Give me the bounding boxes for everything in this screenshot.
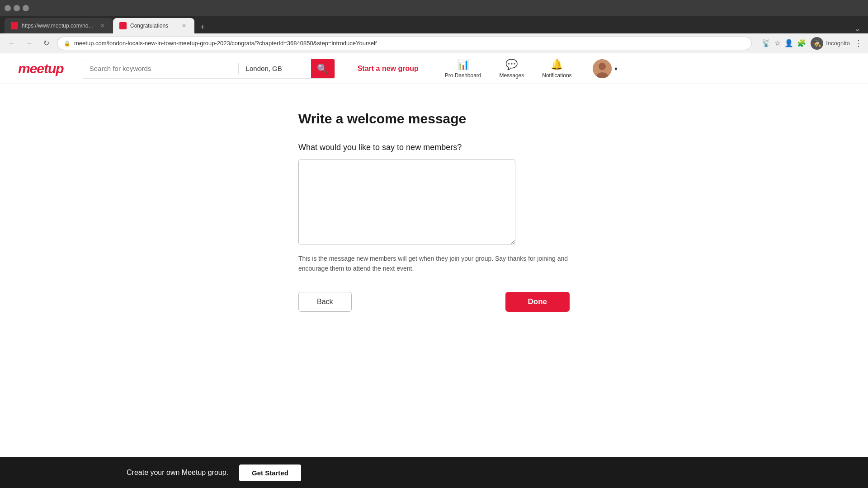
tab-right-controls: ⌄ bbox=[852, 23, 868, 33]
tab-2-title: Congratulations bbox=[130, 23, 176, 29]
lock-icon: 🔒 bbox=[64, 40, 71, 47]
window-controls: ✕ − □ bbox=[5, 5, 29, 11]
search-area: 🔍 bbox=[82, 59, 335, 79]
extension-icon[interactable]: 🧩 bbox=[797, 39, 806, 47]
search-icon: 🔍 bbox=[317, 63, 328, 74]
bookmark-star-icon[interactable]: ☆ bbox=[774, 39, 781, 47]
notifications-nav-item[interactable]: 🔔 Notifications bbox=[534, 56, 580, 81]
tab-1-close[interactable]: ✕ bbox=[99, 22, 107, 30]
title-bar: ✕ − □ bbox=[0, 0, 868, 16]
address-right-icons: 📡 ☆ 👤 🧩 bbox=[762, 39, 806, 47]
forward-nav-button[interactable]: → bbox=[23, 37, 35, 50]
notifications-label: Notifications bbox=[542, 72, 571, 79]
form-question-label: What would you like to say to new member… bbox=[298, 143, 570, 152]
get-started-button[interactable]: Get Started bbox=[239, 465, 301, 481]
chevron-down-icon: ▾ bbox=[614, 65, 618, 72]
pro-dashboard-nav-item[interactable]: 📊 Pro Dashboard bbox=[437, 56, 490, 81]
start-new-group-link[interactable]: Start a new group bbox=[358, 65, 419, 73]
footer-text: Create your own Meetup group. bbox=[127, 469, 228, 477]
pro-dashboard-label: Pro Dashboard bbox=[445, 72, 481, 79]
meetup-logo[interactable]: meetup bbox=[18, 61, 64, 76]
cast-icon[interactable]: 📡 bbox=[762, 39, 771, 47]
avatar-area[interactable]: ▾ bbox=[593, 59, 618, 78]
helper-text: This is the message new members will get… bbox=[298, 253, 570, 274]
back-button[interactable]: Back bbox=[298, 292, 352, 312]
close-window-button[interactable]: ✕ bbox=[5, 5, 11, 11]
tab-2-favicon bbox=[119, 22, 127, 29]
app-wrapper: meetup 🔍 Start a new group 📊 Pro Dashboa… bbox=[0, 53, 868, 460]
browser-chrome: ✕ − □ https://www.meetup.com/how-t... ✕ … bbox=[0, 0, 868, 53]
minimize-window-button[interactable]: − bbox=[14, 5, 20, 11]
tab-list-icon[interactable]: ⌄ bbox=[852, 23, 863, 33]
incognito-label: Incognito bbox=[826, 40, 850, 47]
footer-bar: Create your own Meetup group. Get Starte… bbox=[0, 457, 868, 488]
new-tab-button[interactable]: + bbox=[196, 21, 209, 33]
messages-icon: 💬 bbox=[505, 59, 518, 70]
incognito-area: 🕵 Incognito bbox=[811, 37, 850, 50]
profile-icon[interactable]: 👤 bbox=[784, 39, 793, 47]
tab-1-favicon bbox=[11, 22, 18, 29]
form-container: Write a welcome message What would you l… bbox=[163, 84, 705, 339]
notifications-icon: 🔔 bbox=[551, 59, 563, 70]
tab-1[interactable]: https://www.meetup.com/how-t... ✕ bbox=[5, 18, 113, 33]
reload-button[interactable]: ↻ bbox=[40, 37, 52, 50]
form-actions: Back Done bbox=[298, 292, 570, 312]
done-button[interactable]: Done bbox=[505, 292, 570, 312]
tab-1-title: https://www.meetup.com/how-t... bbox=[22, 23, 95, 29]
address-bar-row: ← → ↻ 🔒 meetup.com/london-locals-new-in-… bbox=[0, 33, 868, 53]
svg-point-1 bbox=[599, 63, 606, 70]
browser-menu-icon[interactable]: ⋮ bbox=[854, 38, 863, 48]
messages-label: Messages bbox=[500, 72, 524, 79]
nav-icons: 📊 Pro Dashboard 💬 Messages 🔔 Notificatio… bbox=[437, 56, 580, 81]
messages-nav-item[interactable]: 💬 Messages bbox=[491, 56, 533, 81]
back-nav-button[interactable]: ← bbox=[5, 37, 18, 50]
address-url-text: meetup.com/london-locals-new-in-town-mee… bbox=[74, 40, 745, 47]
pro-dashboard-icon: 📊 bbox=[457, 59, 469, 70]
avatar-image bbox=[593, 59, 612, 78]
tab-2[interactable]: Congratulations ✕ bbox=[113, 18, 194, 33]
maximize-window-button[interactable]: □ bbox=[23, 5, 29, 11]
search-input[interactable] bbox=[82, 59, 238, 78]
main-content: Write a welcome message What would you l… bbox=[0, 84, 868, 460]
avatar bbox=[593, 59, 612, 78]
tab-bar: https://www.meetup.com/how-t... ✕ Congra… bbox=[0, 16, 868, 33]
incognito-icon: 🕵 bbox=[811, 37, 823, 50]
address-bar[interactable]: 🔒 meetup.com/london-locals-new-in-town-m… bbox=[57, 37, 752, 50]
page-heading: Write a welcome message bbox=[298, 111, 570, 127]
site-header: meetup 🔍 Start a new group 📊 Pro Dashboa… bbox=[0, 53, 868, 84]
location-input[interactable] bbox=[239, 59, 311, 78]
tab-2-close[interactable]: ✕ bbox=[180, 22, 188, 30]
welcome-message-textarea[interactable] bbox=[298, 160, 515, 244]
search-button[interactable]: 🔍 bbox=[311, 59, 335, 78]
